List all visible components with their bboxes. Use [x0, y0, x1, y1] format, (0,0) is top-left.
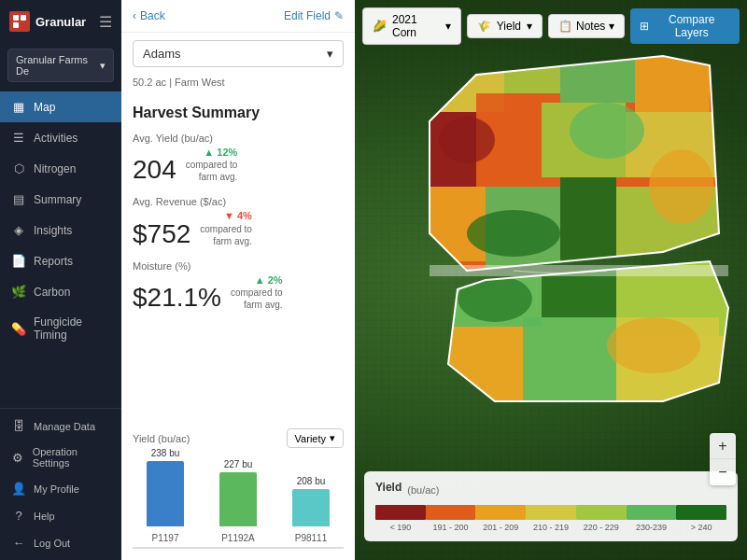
sidebar-item-help[interactable]: ? Help [0, 502, 121, 529]
reports-icon: 📄 [11, 254, 26, 268]
compare-layers-button[interactable]: ⊞ Compare Layers [630, 8, 740, 44]
svg-rect-2 [13, 22, 19, 28]
sidebar-item-operation-settings-label: Operation Settings [33, 446, 110, 469]
sidebar-item-insights[interactable]: ◈ Insights [0, 215, 121, 245]
metric-revenue-compare-text: compared tofarm avg. [200, 224, 252, 246]
operation-settings-icon: ⚙ [11, 451, 25, 465]
sidebar-item-fungicide-label: Fungicide Timing [34, 315, 110, 342]
legend-label-219: 210 - 219 [533, 523, 569, 532]
sidebar-item-help-label: Help [34, 511, 55, 522]
zoom-in-button[interactable]: + [710, 433, 736, 459]
legend-scale: < 190 191 - 200 201 - 209 210 - 219 220 … [375, 505, 726, 532]
svg-rect-28 [523, 317, 616, 401]
help-icon: ? [11, 509, 26, 523]
legend-label-200: 191 - 200 [433, 523, 469, 532]
sidebar-item-carbon[interactable]: 🌿 Carbon [0, 276, 121, 307]
summary-icon: ▤ [11, 192, 26, 206]
farm-selector-chevron: ▾ [100, 60, 106, 72]
metric-moisture-label: Moisture (%) [133, 260, 344, 272]
sidebar-item-map[interactable]: ▦ Map [0, 91, 121, 122]
sidebar-item-summary[interactable]: ▤ Summary [0, 184, 121, 215]
field-selector[interactable]: Adams ▾ [133, 40, 344, 67]
legend-color-219 [526, 505, 576, 520]
chart-header: Yield (bu/ac) Variety ▾ [133, 428, 344, 448]
legend-unit: (bu/ac) [407, 484, 439, 496]
sidebar-item-nitrogen[interactable]: ⬡ Nitrogen [0, 153, 121, 184]
sidebar-item-activities[interactable]: ☰ Activities [0, 122, 121, 153]
legend-item-240plus: > 240 [676, 505, 726, 532]
legend-color-209 [475, 505, 526, 520]
bar-p98111-bar [292, 489, 330, 526]
metric-yield-label: Avg. Yield (bu/ac) [133, 133, 344, 144]
activities-icon: ☰ [11, 131, 26, 145]
nitrogen-icon: ⬡ [11, 161, 26, 175]
sidebar-item-map-label: Map [34, 101, 55, 114]
manage-data-icon: 🗄 [11, 419, 26, 433]
nav-items: ▦ Map ☰ Activities ⬡ Nitrogen ▤ Summary … [0, 91, 121, 408]
metric-moisture: Moisture (%) $21.1% ▲ 2% compared tofarm… [133, 260, 344, 311]
metric-moisture-change: ▲ 2% [255, 274, 283, 286]
zoom-out-button[interactable]: − [710, 459, 736, 485]
svg-point-19 [570, 103, 644, 159]
layer-selector[interactable]: 🌾 Yield ▾ [467, 14, 543, 38]
harvest-summary-title: Harvest Summary [133, 105, 344, 121]
sidebar-item-activities-label: Activities [34, 132, 78, 145]
bar-p1197-bar [147, 461, 184, 526]
notes-button[interactable]: 📋 Notes ▾ [548, 14, 625, 38]
edit-field-button[interactable]: Edit Field ✎ [284, 9, 344, 22]
layer-label: Yield [497, 20, 521, 33]
map-area[interactable]: 🌽 2021 Corn ▾ 🌾 Yield ▾ 📋 Notes ▾ ⊞ Comp… [355, 0, 747, 560]
back-label: Back [140, 9, 165, 22]
metric-revenue-row: $752 ▼ 4% compared tofarm avg. [133, 209, 344, 246]
sidebar-item-logout[interactable]: ← Log Out [0, 529, 121, 556]
bar-p1192a-value-label: 227 bu [224, 459, 253, 469]
sidebar-item-reports[interactable]: 📄 Reports [0, 245, 121, 276]
farm-selector[interactable]: Granular Farms De ▾ [7, 49, 114, 82]
svg-rect-9 [635, 56, 710, 112]
legend-label-240plus: > 240 [691, 523, 712, 532]
sidebar-bottom: 🗄 Manage Data ⚙ Operation Settings 👤 My … [0, 408, 121, 560]
back-button[interactable]: ‹ Back [133, 9, 165, 22]
legend-item-209: 201 - 209 [475, 505, 526, 532]
compare-label: Compare Layers [653, 13, 730, 39]
metric-yield-row: 204 ▲ 12% compared tofarm avg. [133, 146, 344, 183]
hamburger-menu[interactable]: ☰ [99, 13, 112, 31]
sidebar-item-insights-label: Insights [34, 224, 72, 237]
insights-icon: ◈ [11, 223, 26, 237]
variety-button[interactable]: Variety ▾ [287, 428, 344, 448]
legend-color-190 [375, 505, 426, 520]
field-selector-chevron-icon: ▾ [327, 47, 333, 61]
sidebar-item-reports-label: Reports [34, 255, 73, 268]
field-area-info: 50.2 ac | Farm West [121, 75, 355, 95]
harvest-summary: Harvest Summary Avg. Yield (bu/ac) 204 ▲… [121, 95, 355, 428]
metric-moisture-compare-text: compared tofarm avg. [231, 287, 283, 310]
sidebar-item-manage-data-label: Manage Data [34, 421, 95, 432]
svg-rect-1 [21, 15, 26, 21]
crop-year-selector[interactable]: 🌽 2021 Corn ▾ [362, 7, 461, 45]
legend-item-229: 220 - 229 [576, 505, 627, 532]
legend-item-219: 210 - 219 [526, 505, 576, 532]
svg-rect-27 [448, 327, 523, 401]
sidebar-item-my-profile-label: My Profile [34, 483, 79, 495]
bar-p1192a-bar [219, 472, 257, 526]
carbon-icon: 🌿 [11, 285, 26, 299]
sidebar-item-logout-label: Log Out [34, 538, 70, 549]
metric-revenue-value: $752 [133, 221, 190, 247]
bar-p1197-value-label: 238 bu [151, 448, 180, 458]
svg-point-30 [458, 275, 532, 322]
crop-year-label: 2021 Corn [392, 13, 440, 39]
metric-revenue: Avg. Revenue ($/ac) $752 ▼ 4% compared t… [133, 196, 344, 246]
bar-p1197: 238 bu P1197 [133, 448, 198, 543]
map-icon: ▦ [11, 100, 26, 114]
bar-chart: 238 bu P1197 227 bu P1192A 208 bu P98111 [133, 455, 344, 549]
sidebar-item-operation-settings[interactable]: ⚙ Operation Settings [0, 440, 121, 475]
legend-label-209: 201 - 209 [483, 523, 518, 532]
sidebar-item-manage-data[interactable]: 🗄 Manage Data [0, 413, 121, 440]
sidebar-header: Granular ☰ [0, 0, 121, 43]
chart-section: Yield (bu/ac) Variety ▾ 238 bu P1197 227… [121, 428, 355, 560]
variety-label: Variety [295, 433, 326, 444]
zoom-controls: + − [710, 433, 736, 485]
sidebar-item-fungicide[interactable]: 💊 Fungicide Timing [0, 307, 121, 350]
panel-top-bar: ‹ Back Edit Field ✎ [121, 0, 355, 33]
sidebar-item-my-profile[interactable]: 👤 My Profile [0, 475, 121, 502]
